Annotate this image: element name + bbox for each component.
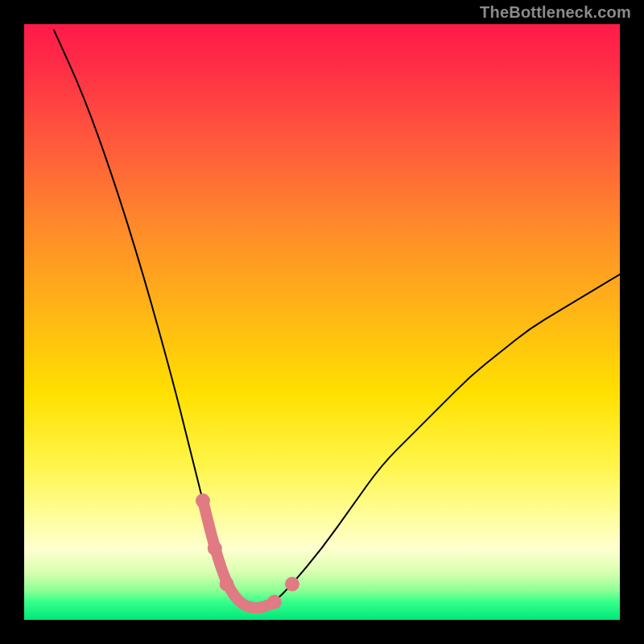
attribution-label: TheBottleneck.com bbox=[480, 3, 631, 22]
highlight-dot bbox=[220, 577, 234, 592]
highlight-dot bbox=[196, 493, 210, 508]
bottleneck-curve bbox=[54, 30, 620, 608]
highlight-dot bbox=[267, 595, 282, 609]
plot-area bbox=[24, 24, 620, 620]
highlight-dot bbox=[208, 541, 222, 555]
chart-container: TheBottleneck.com bbox=[0, 0, 644, 644]
chart-overlay bbox=[24, 24, 620, 620]
highlight-dot bbox=[285, 577, 299, 592]
